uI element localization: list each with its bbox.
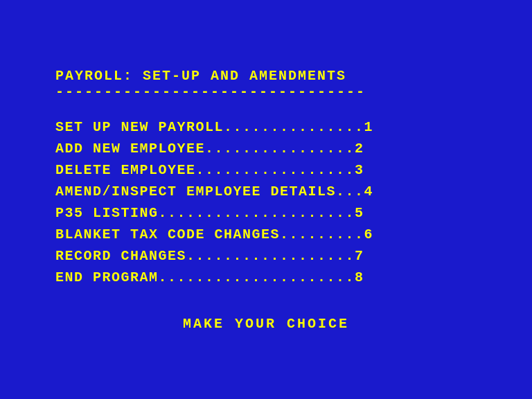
menu-item-1[interactable]: SET UP NEW PAYROLL...............1: [55, 116, 373, 138]
menu-item-5[interactable]: P35 LISTING.....................5: [55, 202, 373, 224]
menu-item-3[interactable]: DELETE EMPLOYEE.................3: [55, 159, 373, 181]
footer-block: MAKE YOUR CHOICE: [55, 316, 477, 332]
menu-item-2[interactable]: ADD NEW EMPLOYEE................2: [55, 138, 373, 159]
title-block: PAYROLL: SET-UP AND AMENDMENTS ---------…: [55, 68, 477, 111]
main-screen: PAYROLL: SET-UP AND AMENDMENTS ---------…: [0, 0, 532, 399]
menu-item-8[interactable]: END PROGRAM.....................8: [55, 267, 373, 288]
menu-list: SET UP NEW PAYROLL...............1 ADD N…: [55, 116, 373, 288]
screen-title: PAYROLL: SET-UP AND AMENDMENTS: [55, 68, 477, 84]
menu-item-4[interactable]: AMEND/INSPECT EMPLOYEE DETAILS...4: [55, 181, 373, 202]
title-underline: --------------------------------: [55, 84, 477, 100]
menu-item-6[interactable]: BLANKET TAX CODE CHANGES.........6: [55, 224, 373, 245]
menu-item-7[interactable]: RECORD CHANGES..................7: [55, 245, 373, 267]
choice-prompt: MAKE YOUR CHOICE: [183, 316, 349, 332]
